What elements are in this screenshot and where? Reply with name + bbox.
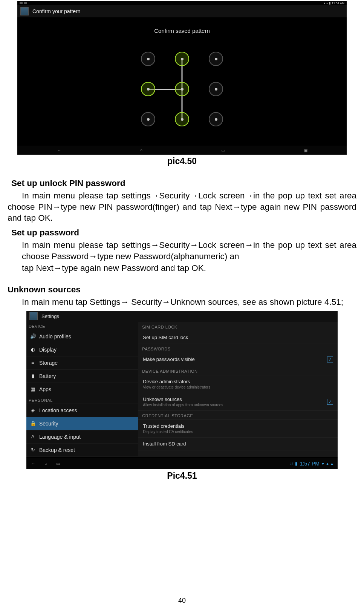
status-bar: ▾ ▴ ▮ 11:54 AM xyxy=(17,1,347,5)
checkbox-checked-icon[interactable]: ✓ xyxy=(327,399,333,405)
back-icon[interactable]: ← xyxy=(31,461,35,466)
sidebar-icon: 🔊 xyxy=(30,333,35,339)
sidebar-icon: ◈ xyxy=(30,407,35,413)
row-label: Install from SD card xyxy=(143,441,186,447)
sidebar-icon: A xyxy=(30,434,35,439)
sidebar-item-backup-reset[interactable]: ↻Backup & reset xyxy=(26,444,138,457)
document-body: Set up unlock PIN password In main menu … xyxy=(8,178,356,308)
row-device-admins[interactable]: Device administrators View or deactivate… xyxy=(138,375,338,393)
sidebar-label: Backup & reset xyxy=(39,447,75,453)
settings-icon xyxy=(20,7,29,15)
row-sim-lock[interactable]: Set up SIM card lock xyxy=(138,331,338,344)
sidebar-icon: ▮ xyxy=(30,373,35,379)
status-icon xyxy=(24,2,27,4)
settings-main: SIM CARD LOCK Set up SIM card lock PASSW… xyxy=(138,322,338,457)
sidebar: DEVICE 🔊Audio profiles◐Display≡Storage▮B… xyxy=(26,322,138,457)
row-make-passwords-visible[interactable]: Make passwords visible ✓ xyxy=(138,353,338,366)
confirm-text: Confirm saved pattern xyxy=(154,28,210,34)
header-title: Settings xyxy=(41,313,59,319)
page-number: 40 xyxy=(0,597,364,605)
battery-icon: ▮ xyxy=(295,461,298,466)
signal-icon: ▴ xyxy=(326,461,329,466)
sidebar-label: Language & input xyxy=(39,434,81,440)
heading-password: Set up password xyxy=(11,227,356,238)
sidebar-label: Display xyxy=(39,347,57,353)
home-icon[interactable]: ○ xyxy=(44,461,47,466)
section-credential-storage: CREDENTIAL STORAGE xyxy=(138,411,338,420)
usb-icon: ψ xyxy=(289,461,293,466)
signal-icon: ▴ xyxy=(331,461,333,466)
section-sim: SIM CARD LOCK xyxy=(138,322,338,331)
header-title: Confirm your pattern xyxy=(32,8,81,14)
status-icon xyxy=(20,2,23,4)
settings-icon xyxy=(29,312,38,320)
sidebar-item-display[interactable]: ◐Display xyxy=(26,343,138,356)
sidebar-item-location-access[interactable]: ◈Location access xyxy=(26,404,138,417)
screenshot-confirm-pattern: ▾ ▴ ▮ 11:54 AM Confirm your pattern Conf… xyxy=(17,1,347,155)
paragraph-pin: In main menu please tap settings→Securit… xyxy=(8,190,356,223)
home-icon[interactable]: ○ xyxy=(140,148,142,152)
section-device-admin: DEVICE ADMINISTRATION xyxy=(138,366,338,375)
recent-icon[interactable]: ▭ xyxy=(56,461,60,466)
row-sublabel: Display trusted CA certificates xyxy=(143,430,193,434)
pattern-grid[interactable] xyxy=(129,44,235,134)
caption-pic451: Pic4.51 xyxy=(4,471,360,481)
sidebar-item-language-input[interactable]: ALanguage & input xyxy=(26,430,138,444)
wifi-icon: ▾ xyxy=(322,461,324,466)
sidebar-icon: ▦ xyxy=(30,386,35,392)
row-label: Device administrators xyxy=(143,379,210,384)
sidebar-item-apps[interactable]: ▦Apps xyxy=(26,383,138,396)
screenshot-icon[interactable]: ▣ xyxy=(304,148,307,153)
nav-bar: ← ○ ▭ ψ ▮ 1:57 PM ▾ ▴ ▴ xyxy=(26,458,338,469)
sidebar-label: Storage xyxy=(39,360,58,366)
signal-icon: ▴ xyxy=(326,2,328,5)
paragraph-unknown-sources: In main menu tap Settings→ Security→Unkn… xyxy=(22,296,356,307)
clock-text: 1:57 PM xyxy=(300,461,320,467)
paragraph-password-2: tap Next→type again new Password and tap… xyxy=(22,263,356,273)
clock-text: 11:54 AM xyxy=(332,2,344,5)
settings-header: Confirm your pattern xyxy=(17,5,347,17)
settings-header: Settings xyxy=(26,311,338,322)
sidebar-item-storage[interactable]: ≡Storage xyxy=(26,356,138,370)
section-passwords: PASSWORDS xyxy=(138,344,338,353)
back-icon[interactable]: ← xyxy=(57,148,61,152)
sidebar-item-battery[interactable]: ▮Battery xyxy=(26,370,138,383)
sidebar-item-security[interactable]: 🔒Security xyxy=(26,417,138,430)
recent-icon[interactable]: ▭ xyxy=(221,148,224,153)
sidebar-item-audio-profiles[interactable]: 🔊Audio profiles xyxy=(26,330,138,343)
sidebar-icon: 🔒 xyxy=(30,421,35,426)
sidebar-label: Apps xyxy=(39,386,51,392)
sidebar-icon: ↻ xyxy=(30,447,35,453)
heading-pin: Set up unlock PIN password xyxy=(11,178,356,189)
sidebar-header-personal: PERSONAL xyxy=(26,396,138,404)
heading-unknown-sources: Unknown sources xyxy=(8,284,356,295)
sidebar-icon: ≡ xyxy=(30,360,35,366)
row-sublabel: Allow installation of apps from unknown … xyxy=(143,403,223,407)
sidebar-icon: ◐ xyxy=(30,347,35,352)
row-unknown-sources[interactable]: Unknown sources Allow installation of ap… xyxy=(138,393,338,411)
paragraph-password-1: In main menu please tap settings→Securit… xyxy=(22,240,356,262)
battery-icon: ▮ xyxy=(329,2,330,5)
caption-pic450: pic4.50 xyxy=(4,156,360,166)
sidebar-label: Security xyxy=(39,421,58,427)
sidebar-label: Location access xyxy=(39,407,77,413)
row-label: Trusted credentials xyxy=(143,423,193,429)
row-sublabel: View or deactivate device administrators xyxy=(143,385,210,389)
row-install-sd[interactable]: Install from SD card xyxy=(138,438,338,450)
sidebar-label: Audio profiles xyxy=(39,333,71,339)
row-label: Make passwords visible xyxy=(143,356,194,362)
checkbox-checked-icon[interactable]: ✓ xyxy=(327,356,333,363)
nav-bar: ← ○ ▭ ▣ xyxy=(17,146,347,155)
row-trusted-credentials[interactable]: Trusted credentials Display trusted CA c… xyxy=(138,420,338,438)
row-label: Unknown sources xyxy=(143,396,223,402)
wifi-icon: ▾ xyxy=(324,2,325,5)
row-label: Set up SIM card lock xyxy=(143,335,188,340)
screenshot-settings-security: Settings DEVICE 🔊Audio profiles◐Display≡… xyxy=(26,311,338,469)
sidebar-header-device: DEVICE xyxy=(26,322,138,330)
sidebar-label: Battery xyxy=(39,373,56,379)
